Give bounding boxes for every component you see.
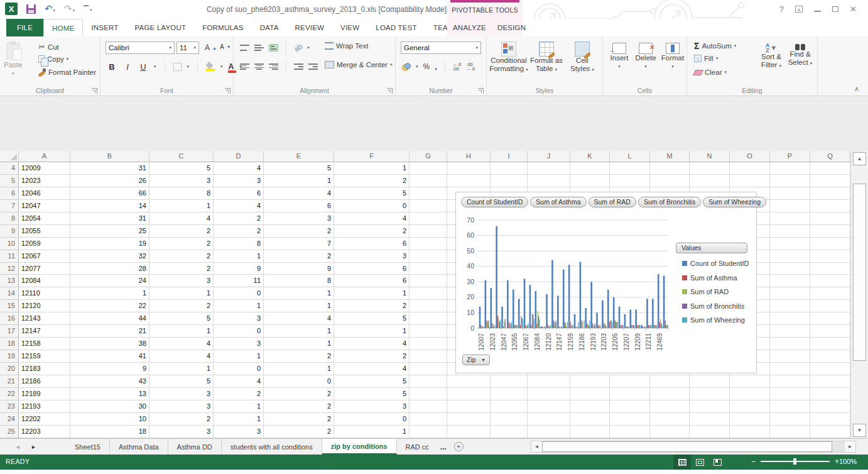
zoom-out-button[interactable]: − bbox=[751, 457, 756, 466]
bar-sum-of-bronchitis[interactable] bbox=[572, 325, 572, 328]
grid-cell[interactable] bbox=[491, 400, 528, 413]
grid-cell[interactable] bbox=[730, 388, 770, 400]
grid-cell[interactable]: 2 bbox=[334, 350, 410, 363]
align-center-button[interactable] bbox=[254, 63, 264, 70]
grid-cell[interactable] bbox=[570, 413, 610, 426]
decrease-indent-button[interactable] bbox=[294, 63, 303, 70]
bar-count-of-studentid[interactable] bbox=[630, 310, 632, 328]
grid-cell[interactable]: 2 bbox=[149, 250, 214, 263]
bar-sum-of-wheezing[interactable] bbox=[483, 327, 484, 328]
column-header-D[interactable]: D bbox=[214, 151, 264, 162]
grid-cell[interactable] bbox=[810, 162, 850, 175]
grid-cell[interactable] bbox=[770, 175, 810, 187]
grid-cell[interactable] bbox=[410, 350, 447, 363]
grid-cell[interactable]: 2 bbox=[149, 238, 214, 250]
grid-cell[interactable] bbox=[410, 300, 447, 312]
row-header-10[interactable]: 10 bbox=[0, 238, 19, 250]
grid-cell[interactable]: 1 bbox=[149, 200, 214, 212]
column-header-M[interactable]: M bbox=[650, 151, 690, 162]
grid-cell[interactable]: 2 bbox=[334, 175, 410, 187]
grid-cell[interactable] bbox=[410, 287, 447, 300]
field-button-sum-of-asthma[interactable]: Sum of Asthma bbox=[530, 197, 586, 207]
grid-cell[interactable]: 12059 bbox=[19, 238, 70, 250]
grid-cell[interactable]: 31 bbox=[70, 212, 149, 225]
column-header-G[interactable]: G bbox=[410, 151, 447, 162]
grid-cell[interactable] bbox=[410, 275, 447, 287]
bar-sum-of-wheezing[interactable] bbox=[578, 322, 578, 328]
bar-sum-of-wheezing[interactable] bbox=[622, 325, 623, 328]
borders-icon[interactable] bbox=[173, 63, 182, 71]
legend-entry[interactable]: Sum of Bronchitis bbox=[682, 299, 749, 314]
bar-sum-of-wheezing[interactable] bbox=[589, 321, 590, 328]
bar-count-of-studentid[interactable] bbox=[641, 325, 643, 328]
bar-sum-of-wheezing[interactable] bbox=[612, 322, 612, 328]
grid-cell[interactable]: 2 bbox=[264, 388, 334, 400]
grid-cell[interactable] bbox=[770, 375, 810, 388]
grid-cell[interactable] bbox=[810, 212, 850, 225]
legend-entry[interactable]: Sum of RAD bbox=[682, 285, 749, 299]
grid-cell[interactable]: 2 bbox=[264, 400, 334, 413]
grid-cell[interactable] bbox=[410, 212, 447, 225]
bar-sum-of-asthma[interactable] bbox=[542, 327, 543, 328]
bar-sum-of-asthma[interactable] bbox=[576, 327, 577, 328]
wrap-text-button[interactable]: Wrap Text bbox=[323, 41, 370, 50]
bar-count-of-studentid[interactable] bbox=[585, 308, 587, 328]
grid-cell[interactable]: 3 bbox=[264, 212, 334, 225]
grid-cell[interactable] bbox=[650, 426, 690, 438]
grid-cell[interactable]: 1 bbox=[334, 162, 410, 175]
bar-sum-of-wheezing[interactable] bbox=[617, 322, 618, 328]
bar-sum-of-bronchitis[interactable] bbox=[550, 327, 550, 328]
bar-count-of-studentid[interactable] bbox=[663, 275, 665, 328]
grid-cell[interactable]: 12189 bbox=[19, 388, 70, 400]
row-header-23[interactable]: 23 bbox=[0, 400, 19, 413]
bar-sum-of-asthma[interactable] bbox=[536, 324, 537, 328]
bar-sum-of-bronchitis[interactable] bbox=[482, 327, 483, 328]
zip-axis-field-button[interactable]: Zip▼ bbox=[462, 355, 490, 365]
normal-view-button[interactable] bbox=[673, 455, 691, 470]
grid-cell[interactable] bbox=[491, 175, 528, 187]
grid-cell[interactable]: 5 bbox=[149, 375, 214, 388]
bar-sum-of-rad[interactable] bbox=[660, 319, 661, 328]
sheet-nav-left-icon[interactable]: ◄ bbox=[15, 444, 21, 450]
sheet-tab-students-with-all-conditions[interactable]: students with all conditions bbox=[222, 439, 322, 455]
grid-cell[interactable]: 25 bbox=[70, 225, 149, 238]
bar-sum-of-rad[interactable] bbox=[632, 325, 633, 328]
grid-cell[interactable] bbox=[770, 162, 810, 175]
grid-cell[interactable]: 11 bbox=[214, 275, 264, 287]
autosum-button[interactable]: Σ AutoSum▾ bbox=[692, 40, 738, 52]
bar-sum-of-rad[interactable] bbox=[493, 324, 494, 328]
row-header-5[interactable]: 5 bbox=[0, 175, 19, 187]
grid-cell[interactable]: 2 bbox=[149, 300, 214, 312]
grid-cell[interactable] bbox=[610, 400, 650, 413]
bar-sum-of-asthma[interactable] bbox=[609, 322, 610, 328]
grid-cell[interactable]: 1 bbox=[264, 325, 334, 338]
alignment-dialog-launcher[interactable] bbox=[387, 88, 393, 94]
bar-sum-of-bronchitis[interactable] bbox=[622, 325, 622, 328]
row-header-4[interactable]: 4 bbox=[0, 162, 19, 175]
grid-cell[interactable]: 0 bbox=[214, 363, 264, 375]
bar-sum-of-wheezing[interactable] bbox=[523, 319, 523, 328]
column-header-E[interactable]: E bbox=[264, 151, 334, 162]
grid-cell[interactable] bbox=[810, 400, 850, 413]
grid-cell[interactable] bbox=[690, 413, 730, 426]
tab-view[interactable]: VIEW bbox=[332, 19, 367, 36]
bar-sum-of-bronchitis[interactable] bbox=[639, 325, 639, 328]
grid-cell[interactable]: 12120 bbox=[19, 300, 70, 312]
grid-cell[interactable]: 2 bbox=[214, 212, 264, 225]
bar-sum-of-bronchitis[interactable] bbox=[555, 322, 556, 328]
grid-cell[interactable]: 1 bbox=[264, 300, 334, 312]
fill-button[interactable]: ↓ Fill▾ bbox=[692, 54, 720, 63]
grid-cell[interactable]: 1 bbox=[334, 287, 410, 300]
grid-cell[interactable]: 14 bbox=[70, 200, 149, 212]
align-right-button[interactable] bbox=[269, 63, 278, 70]
grid-cell[interactable]: 0 bbox=[214, 287, 264, 300]
grid-cell[interactable]: 1 bbox=[214, 300, 264, 312]
column-header-L[interactable]: L bbox=[610, 151, 650, 162]
bar-sum-of-asthma[interactable] bbox=[492, 324, 492, 328]
grid-cell[interactable]: 4 bbox=[149, 338, 214, 350]
grid-cell[interactable] bbox=[650, 175, 690, 187]
grid-cell[interactable]: 2 bbox=[334, 225, 410, 238]
grid-cell[interactable]: 2 bbox=[264, 225, 334, 238]
bar-sum-of-asthma[interactable] bbox=[604, 324, 604, 328]
grid-cell[interactable] bbox=[410, 375, 447, 388]
